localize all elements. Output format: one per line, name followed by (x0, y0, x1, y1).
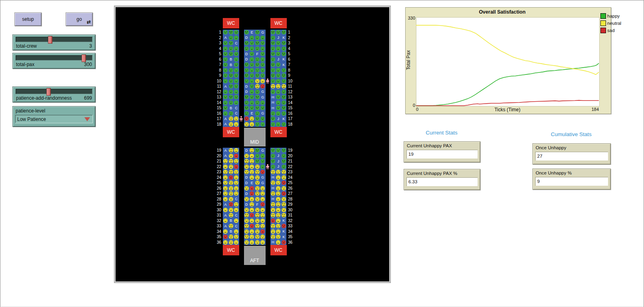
cabin-row-24: 24DGH24 (214, 175, 295, 181)
happy-passenger-icon (255, 122, 260, 126)
empty-seat-letter: G (261, 95, 264, 99)
happy-passenger-icon (271, 46, 275, 51)
seat-B (228, 240, 234, 245)
world-view-canvas[interactable]: WCWCWCWCWCWCMIDAFT1EG12ADJK23C3445DF56BD… (114, 6, 390, 283)
current-stats-heading: Current Stats (404, 130, 480, 136)
seat-K (281, 78, 287, 84)
seat-A (223, 240, 228, 245)
seat-B (228, 100, 234, 106)
neutral-passenger-icon (282, 197, 286, 201)
seat-B: B (228, 229, 234, 235)
seat-J (276, 207, 281, 213)
total-crew-slider[interactable]: total-crew 3 (12, 34, 96, 50)
seat-G (260, 100, 266, 106)
row-number: 8 (214, 68, 221, 72)
neutral-passenger-icon (260, 79, 265, 83)
seat-H (270, 111, 276, 116)
happy-passenger-icon (260, 106, 265, 110)
seat-J: J (276, 116, 281, 122)
seat-F (255, 191, 260, 197)
seat-H (270, 159, 276, 164)
seat-K (281, 89, 287, 95)
seat-F (255, 229, 260, 235)
happy-passenger-icon (255, 62, 260, 67)
neutral-passenger-icon (260, 208, 265, 212)
seat-J (276, 223, 281, 229)
seat-H (270, 202, 276, 207)
seat-E (249, 169, 255, 175)
total-pax-slider-handle[interactable] (82, 54, 86, 62)
row-number: 20 (288, 154, 295, 158)
cabin-row-26: 26H26 (214, 186, 295, 191)
monitor-label: Current Unhappy PAX % (407, 171, 457, 176)
seat-A (223, 40, 228, 46)
monitor-value: 6.33 (406, 177, 478, 186)
row-number: 26 (214, 186, 221, 191)
seat-A: A (223, 213, 228, 218)
neutral-passenger-icon (234, 148, 238, 152)
seat-K (281, 94, 287, 100)
neutral-passenger-icon (260, 191, 265, 196)
neutral-passenger-icon (223, 175, 228, 180)
cabin-row-27: 27D27 (214, 191, 295, 197)
happy-passenger-icon (255, 100, 260, 105)
happy-passenger-icon (276, 90, 280, 94)
neutral-passenger-icon (229, 191, 233, 196)
neutral-passenger-icon (271, 170, 275, 174)
seat-H (270, 46, 276, 52)
neutral-passenger-icon (229, 159, 233, 163)
seat-K (281, 164, 287, 170)
seat-C (234, 186, 239, 191)
total-pax-slider-track[interactable] (16, 55, 92, 60)
row-number: 27 (214, 191, 221, 196)
patience-add-randomness-slider-track[interactable] (16, 89, 92, 94)
row-number: 10 (288, 79, 295, 83)
patience-level-chooser[interactable]: patience-level Low Patience (12, 106, 96, 127)
neutral-passenger-icon (250, 229, 254, 234)
happy-passenger-icon (276, 62, 280, 67)
patience-add-randomness-slider[interactable]: patience-add-randomness 699 (12, 86, 96, 102)
total-crew-slider-handle[interactable] (48, 36, 52, 44)
row-number: 35 (288, 235, 295, 239)
cabin-row-10: 1010 (214, 78, 295, 84)
empty-seat-letter: K (282, 229, 285, 233)
patience-level-dropdown[interactable]: Low Patience (15, 115, 93, 123)
seat-G (260, 40, 266, 46)
seat-H (270, 148, 276, 153)
seat-E (249, 175, 255, 181)
neutral-passenger-icon (271, 213, 275, 217)
neutral-passenger-icon (244, 213, 249, 217)
row-number: 24 (288, 175, 295, 180)
total-crew-slider-track[interactable] (16, 37, 92, 42)
happy-passenger-icon (255, 30, 260, 34)
row-number: 30 (288, 208, 295, 212)
seat-H (270, 180, 276, 186)
cumulative-stats-heading: Cumulative Stats (532, 131, 610, 137)
patience-add-randomness-slider-handle[interactable] (46, 88, 51, 96)
seat-J (276, 51, 281, 57)
patience-add-randomness-slider-label: patience-add-randomness (16, 95, 72, 101)
neutral-passenger-icon (282, 84, 286, 88)
seat-C (234, 148, 239, 153)
neutral-passenger-icon (271, 229, 275, 234)
crew-member-icon (266, 164, 270, 170)
patience-level-chooser-label: patience-level (16, 108, 45, 114)
empty-seat-letter: A (224, 203, 227, 207)
seat-K (281, 30, 287, 35)
seat-J: J (276, 35, 281, 41)
empty-seat-letter: C (235, 111, 238, 115)
neutral-passenger-icon (244, 186, 249, 191)
seat-B (228, 213, 234, 218)
seat-A (223, 94, 228, 100)
seat-F (255, 218, 260, 224)
happy-passenger-icon (271, 62, 275, 67)
happy-passenger-icon (229, 30, 233, 34)
setup-button[interactable]: setup (14, 12, 42, 26)
seat-A (223, 30, 228, 35)
go-button[interactable]: go ⇄ (66, 12, 93, 26)
neutral-passenger-icon (250, 240, 254, 245)
neutral-passenger-icon (276, 213, 280, 217)
total-pax-slider[interactable]: total-pax 300 (12, 53, 96, 69)
seat-B (228, 159, 234, 164)
neutral-passenger-icon (234, 122, 238, 126)
